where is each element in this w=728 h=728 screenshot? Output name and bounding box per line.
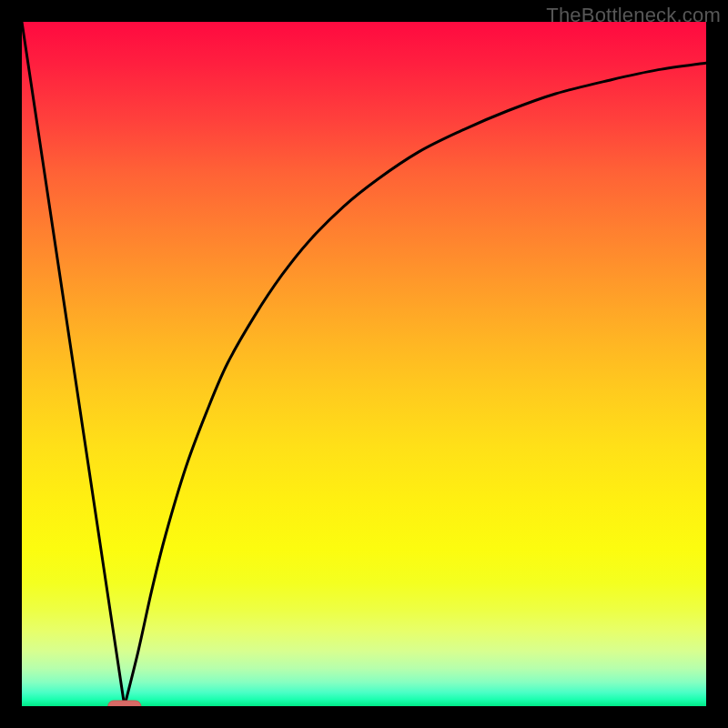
series-right-branch: [125, 63, 706, 706]
chart-svg: [22, 22, 706, 706]
chart-marker-group: [108, 701, 141, 706]
chart-container: TheBottleneck.com: [0, 0, 728, 728]
series-left-branch: [22, 22, 125, 706]
chart-series-group: [22, 22, 706, 706]
plot-area: [22, 22, 706, 706]
optimal-marker: [108, 701, 141, 706]
